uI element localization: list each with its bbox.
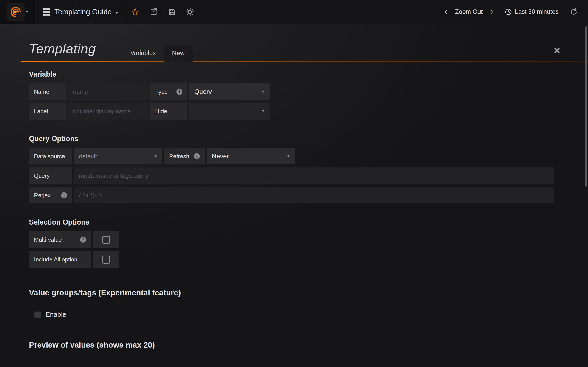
regex-label: Regex i [29,187,72,203]
datasource-dropdown-value: default [79,153,97,160]
navbar-right-controls: Zoom Out Last 30 minutes [440,0,588,24]
query-options-section: Data source default ▼ Refresh i Never ▼ … [29,148,588,203]
refresh-dropdown-caret-icon: ▼ [283,154,290,158]
label-input[interactable] [68,103,148,119]
time-range-picker[interactable]: Last 30 minutes [505,8,559,16]
label-label: Label [29,103,66,119]
regex-input[interactable] [74,187,554,203]
dashboard-picker[interactable]: Templating Guide ▾ [35,0,126,24]
include-all-checkbox[interactable] [93,251,119,268]
share-dashboard-button[interactable] [144,0,163,24]
query-options-heading: Query Options [29,135,588,143]
save-dashboard-button[interactable] [163,0,181,24]
type-label-text: Type [155,89,168,95]
refresh-info-icon[interactable]: i [194,153,200,159]
save-icon [168,8,176,16]
templating-header: Templating Variables New [21,41,588,62]
multi-value-checkbox[interactable] [93,232,119,248]
name-input[interactable] [68,83,148,100]
checkbox-unchecked-icon [102,256,110,264]
refresh-dashboard-button[interactable] [567,8,580,16]
enable-checkbox-icon [35,311,41,318]
value-groups-heading: Value groups/tags (Experimental feature) [29,288,588,297]
type-dropdown[interactable]: Query ▼ [189,83,270,100]
multi-value-label: Multi-value i [29,232,91,248]
dashboard-title: Templating Guide [54,8,112,16]
zoom-out-button[interactable]: Zoom Out [453,8,485,15]
variable-section-heading: Variable [29,70,588,78]
close-templating-button[interactable] [554,48,560,53]
regex-info-icon[interactable]: i [61,192,67,198]
refresh-label-text: Refresh [169,153,189,160]
grafana-logo-icon [10,6,22,18]
preview-heading: Preview of values (shows max 20) [29,340,588,349]
hide-dropdown[interactable]: ▼ [189,103,270,119]
datasource-label: Data source [29,148,72,165]
star-dashboard-button[interactable] [126,0,144,24]
tab-new[interactable]: New [164,46,193,62]
datasource-dropdown[interactable]: default ▼ [74,148,162,165]
type-label: Type i [150,83,187,100]
multi-value-label-text: Multi-value [34,236,62,243]
templating-tabs: Variables New [123,45,193,61]
time-shift-right-button[interactable] [485,9,498,15]
page-title: Templating [29,41,96,61]
close-icon [554,48,560,53]
refresh-dropdown-value: Never [212,152,229,160]
hide-label: Hide [150,103,187,119]
tab-variables[interactable]: Variables [123,50,164,61]
selection-options-section: Multi-value i Include All option [29,232,588,268]
checkbox-unchecked-icon [102,236,110,244]
refresh-dropdown[interactable]: Never ▼ [207,148,295,165]
refresh-label: Refresh i [164,148,205,165]
type-dropdown-caret-icon: ▼ [258,90,265,94]
top-navbar: ▾ Templating Guide ▾ [0,0,588,24]
dashboard-settings-button[interactable] [181,0,199,24]
query-label: Query [29,167,72,184]
query-input[interactable] [74,167,554,184]
chevron-right-icon [488,9,494,15]
multi-value-info-icon[interactable]: i [80,237,86,243]
gear-icon [186,8,195,16]
star-icon [131,8,139,16]
type-info-icon[interactable]: i [176,89,182,95]
enable-label: Enable [45,311,66,318]
name-label: Name [29,83,66,100]
templating-editor: Templating Variables New Variable Name T… [0,41,588,367]
variable-section: Name Type i Query ▼ Label Hide ▼ [29,83,588,119]
clock-icon [505,8,512,16]
share-icon [149,8,157,16]
type-dropdown-value: Query [194,88,212,95]
hide-dropdown-caret-icon: ▼ [258,109,265,114]
dashboard-grid-icon [43,8,50,16]
datasource-dropdown-caret-icon: ▼ [150,154,157,158]
dashboard-caret-icon: ▾ [116,10,118,15]
time-range-label: Last 30 minutes [515,8,559,15]
scrollbar-thumb[interactable] [586,26,587,187]
regex-label-text: Regex [34,192,51,199]
grafana-menu-caret-icon: ▾ [26,9,28,14]
chevron-left-icon [443,9,449,15]
include-all-label: Include All option [29,251,91,268]
refresh-icon [570,8,578,16]
selection-options-heading: Selection Options [29,218,588,226]
grafana-logo [7,3,25,21]
grafana-menu-button[interactable]: ▾ [0,0,35,24]
enable-value-groups-checkbox[interactable]: Enable [35,311,588,318]
time-shift-left-button[interactable] [440,9,453,15]
